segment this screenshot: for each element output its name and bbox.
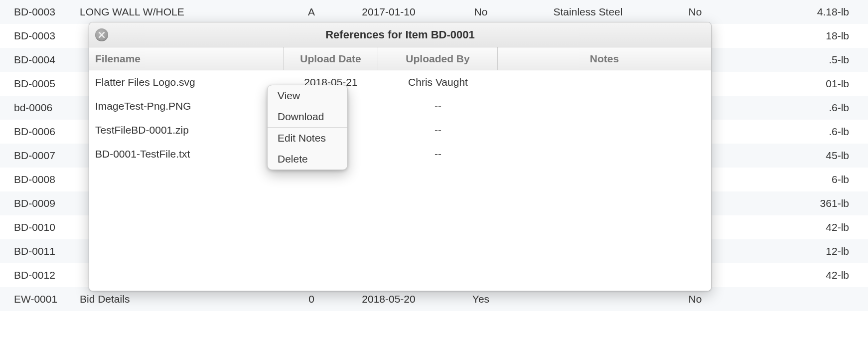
reference-filename-cell: BD-0001-TestFile.txt [89,148,284,160]
reference-uploaded-by-cell: -- [378,148,498,160]
item-id-cell: BD-0012 [0,269,80,281]
dialog-title: References for Item BD-0001 [89,28,711,41]
item-id-cell: BD-0010 [0,221,80,233]
item-rev-cell: 0 [289,293,334,305]
item-weight-cell: 4.18-lb [732,6,868,18]
menu-item-delete[interactable]: Delete [268,149,347,170]
references-column-headers: Filename Upload Date Uploaded By Notes [89,47,711,70]
item-id-cell: BD-0004 [0,54,80,66]
item-date-cell: 2018-05-20 [334,293,443,305]
reference-filename-cell: ImageTest-Png.PNG [89,100,284,112]
item-weight-cell: 01-lb [732,78,868,90]
item-name-cell: LONG WALL W/HOLE [80,6,289,18]
item-flag2-cell: No [658,293,732,305]
item-weight-cell: 361-lb [732,197,868,209]
item-material-cell: Stainless Steel [518,6,658,18]
item-id-cell: BD-0003 [0,30,80,42]
item-flag1-cell: Yes [443,293,518,305]
item-weight-cell: .6-lb [732,102,868,114]
dialog-titlebar: References for Item BD-0001 [89,22,711,47]
references-body: Flatter Files Logo.svg2018-05-21Chris Va… [89,70,711,291]
item-weight-cell: 42-lb [732,221,868,233]
item-id-cell: BD-0003 [0,6,80,18]
reference-row[interactable]: Flatter Files Logo.svg2018-05-21Chris Va… [89,70,711,94]
item-id-cell: BD-0011 [0,245,80,257]
item-id-cell: bd-0006 [0,102,80,114]
reference-uploaded-by-cell: Chris Vaught [378,76,498,88]
menu-item-view[interactable]: View [268,85,347,106]
reference-row[interactable]: BD-0001-TestFile.txt-20-- [89,142,711,166]
reference-row[interactable]: ImageTest-Png.PNG-20-- [89,94,711,118]
reference-uploaded-by-cell: -- [378,100,498,112]
item-weight-cell: 6-lb [732,174,868,185]
item-flag2-cell: No [658,6,732,18]
menu-item-download[interactable]: Download [268,106,347,127]
item-weight-cell: 18-lb [732,30,868,42]
reference-filename-cell: TestFileBD-0001.zip [89,124,284,136]
reference-row[interactable]: TestFileBD-0001.zip-20-- [89,118,711,142]
column-header-filename[interactable]: Filename [89,47,284,70]
item-weight-cell: .5-lb [732,54,868,66]
item-weight-cell: 45-lb [732,150,868,162]
item-id-cell: BD-0007 [0,150,80,162]
menu-item-edit-notes[interactable]: Edit Notes [268,128,347,149]
item-date-cell: 2017-01-10 [334,6,443,18]
table-row[interactable]: BD-0003LONG WALL W/HOLEA2017-01-10NoStai… [0,0,868,24]
item-flag1-cell: No [443,6,518,18]
context-menu: View Download Edit Notes Delete [267,85,348,170]
reference-filename-cell: Flatter Files Logo.svg [89,76,284,88]
close-icon [99,32,105,38]
item-id-cell: BD-0009 [0,197,80,209]
item-weight-cell: 12-lb [732,245,868,257]
item-name-cell: Bid Details [80,293,289,305]
item-weight-cell: 42-lb [732,269,868,281]
close-button[interactable] [95,28,108,41]
column-header-notes[interactable]: Notes [498,47,711,70]
item-id-cell: BD-0008 [0,174,80,185]
item-id-cell: BD-0006 [0,126,80,138]
item-rev-cell: A [289,6,334,18]
references-dialog: References for Item BD-0001 Filename Upl… [89,22,712,291]
item-id-cell: BD-0005 [0,78,80,90]
column-header-uploaded-by[interactable]: Uploaded By [378,47,498,70]
reference-uploaded-by-cell: -- [378,124,498,136]
item-weight-cell: .6-lb [732,126,868,138]
column-header-upload-date[interactable]: Upload Date [284,47,378,70]
item-id-cell: EW-0001 [0,293,80,305]
